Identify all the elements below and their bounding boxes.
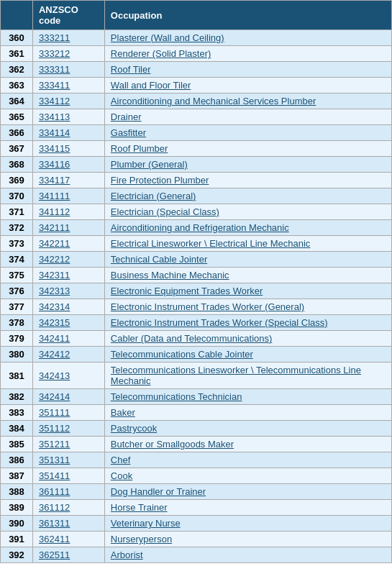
row-anzsco[interactable]: 351111 bbox=[32, 405, 104, 421]
row-occupation[interactable]: Wall and Floor Tiler bbox=[104, 78, 391, 94]
table-row: 392362511Arborist bbox=[1, 547, 392, 563]
row-anzsco[interactable]: 333211 bbox=[32, 30, 104, 46]
table-row: 369334117Fire Protection Plumber bbox=[1, 173, 392, 188]
row-occupation[interactable]: Plumber (General) bbox=[104, 157, 391, 173]
row-occupation[interactable]: Roof Plumber bbox=[104, 141, 391, 157]
table-row: 363333411Wall and Floor Tiler bbox=[1, 78, 392, 94]
row-occupation[interactable]: Veterinary Nurse bbox=[104, 516, 391, 532]
table-row: 361333212Renderer (Solid Plaster) bbox=[1, 46, 392, 62]
row-occupation[interactable]: Technical Cable Jointer bbox=[104, 252, 391, 268]
row-occupation[interactable]: Roof Tiler bbox=[104, 62, 391, 78]
row-occupation[interactable]: Plasterer (Wall and Ceiling) bbox=[104, 30, 391, 46]
row-occupation[interactable]: Electrical Linesworker \ Electrical Line… bbox=[104, 236, 391, 252]
header-num bbox=[1, 1, 33, 30]
row-anzsco[interactable]: 333411 bbox=[32, 78, 104, 94]
row-anzsco[interactable]: 351112 bbox=[32, 421, 104, 437]
row-anzsco[interactable]: 362411 bbox=[32, 532, 104, 547]
row-anzsco[interactable]: 333311 bbox=[32, 62, 104, 78]
row-occupation[interactable]: Telecommunications Linesworker \ Telecom… bbox=[104, 363, 391, 389]
row-number: 368 bbox=[1, 157, 33, 173]
row-number: 376 bbox=[1, 283, 33, 299]
table-row: 378342315Electronic Instrument Trades Wo… bbox=[1, 315, 392, 331]
row-number: 383 bbox=[1, 405, 33, 421]
row-occupation[interactable]: Electrician (Special Class) bbox=[104, 204, 391, 220]
row-occupation[interactable]: Renderer (Solid Plaster) bbox=[104, 46, 391, 62]
row-anzsco[interactable]: 342111 bbox=[32, 220, 104, 236]
row-number: 372 bbox=[1, 220, 33, 236]
row-anzsco[interactable]: 341112 bbox=[32, 204, 104, 220]
row-anzsco[interactable]: 362511 bbox=[32, 547, 104, 563]
table-header: ANZSCO code Occupation bbox=[1, 1, 392, 30]
row-occupation[interactable]: Horse Trainer bbox=[104, 500, 391, 516]
row-anzsco[interactable]: 342212 bbox=[32, 252, 104, 268]
table-row: 368334116Plumber (General) bbox=[1, 157, 392, 173]
row-occupation[interactable]: Electrician (General) bbox=[104, 188, 391, 204]
row-occupation[interactable]: Butcher or Smallgoods Maker bbox=[104, 437, 391, 452]
row-occupation[interactable]: Electronic Instrument Trades Worker (Gen… bbox=[104, 299, 391, 315]
table-row: 384351112Pastrycook bbox=[1, 421, 392, 437]
row-anzsco[interactable]: 334116 bbox=[32, 157, 104, 173]
table-row: 389361112Horse Trainer bbox=[1, 500, 392, 516]
row-anzsco[interactable]: 342413 bbox=[32, 363, 104, 389]
row-anzsco[interactable]: 361112 bbox=[32, 500, 104, 516]
row-anzsco[interactable]: 334113 bbox=[32, 109, 104, 125]
row-number: 392 bbox=[1, 547, 33, 563]
row-occupation[interactable]: Telecommunications Cable Jointer bbox=[104, 347, 391, 363]
row-anzsco[interactable]: 334115 bbox=[32, 141, 104, 157]
row-occupation[interactable]: Chef bbox=[104, 452, 391, 468]
row-occupation[interactable]: Gasfitter bbox=[104, 125, 391, 141]
row-anzsco[interactable]: 351411 bbox=[32, 468, 104, 484]
row-occupation[interactable]: Airconditioning and Mechanical Services … bbox=[104, 94, 391, 109]
row-number: 367 bbox=[1, 141, 33, 157]
row-anzsco[interactable]: 334112 bbox=[32, 94, 104, 109]
row-anzsco[interactable]: 342314 bbox=[32, 299, 104, 315]
row-anzsco[interactable]: 342414 bbox=[32, 389, 104, 405]
row-anzsco[interactable]: 342411 bbox=[32, 331, 104, 347]
row-occupation[interactable]: Cook bbox=[104, 468, 391, 484]
row-number: 388 bbox=[1, 484, 33, 500]
row-anzsco[interactable]: 361311 bbox=[32, 516, 104, 532]
row-number: 370 bbox=[1, 188, 33, 204]
row-number: 374 bbox=[1, 252, 33, 268]
row-occupation[interactable]: Nurseryperson bbox=[104, 532, 391, 547]
row-anzsco[interactable]: 342315 bbox=[32, 315, 104, 331]
row-occupation[interactable]: Dog Handler or Trainer bbox=[104, 484, 391, 500]
row-occupation[interactable]: Airconditioning and Refrigeration Mechan… bbox=[104, 220, 391, 236]
row-occupation[interactable]: Electronic Instrument Trades Worker (Spe… bbox=[104, 315, 391, 331]
table-row: 373342211Electrical Linesworker \ Electr… bbox=[1, 236, 392, 252]
row-number: 363 bbox=[1, 78, 33, 94]
table-row: 381342413Telecommunications Linesworker … bbox=[1, 363, 392, 389]
row-anzsco[interactable]: 361111 bbox=[32, 484, 104, 500]
row-anzsco[interactable]: 334117 bbox=[32, 173, 104, 188]
row-anzsco[interactable]: 351311 bbox=[32, 452, 104, 468]
row-occupation[interactable]: Fire Protection Plumber bbox=[104, 173, 391, 188]
table-row: 377342314Electronic Instrument Trades Wo… bbox=[1, 299, 392, 315]
row-number: 390 bbox=[1, 516, 33, 532]
row-occupation[interactable]: Arborist bbox=[104, 547, 391, 563]
row-occupation[interactable]: Cabler (Data and Telecommunications) bbox=[104, 331, 391, 347]
row-anzsco[interactable]: 333212 bbox=[32, 46, 104, 62]
row-anzsco[interactable]: 342311 bbox=[32, 268, 104, 283]
row-occupation[interactable]: Business Machine Mechanic bbox=[104, 268, 391, 283]
row-anzsco[interactable]: 342211 bbox=[32, 236, 104, 252]
table-row: 360333211Plasterer (Wall and Ceiling) bbox=[1, 30, 392, 46]
row-occupation[interactable]: Pastrycook bbox=[104, 421, 391, 437]
row-anzsco[interactable]: 342313 bbox=[32, 283, 104, 299]
row-anzsco[interactable]: 334114 bbox=[32, 125, 104, 141]
header-occupation: Occupation bbox=[104, 1, 391, 30]
row-occupation[interactable]: Telecommunications Technician bbox=[104, 389, 391, 405]
row-anzsco[interactable]: 351211 bbox=[32, 437, 104, 452]
row-occupation[interactable]: Electronic Equipment Trades Worker bbox=[104, 283, 391, 299]
table-row: 376342313Electronic Equipment Trades Wor… bbox=[1, 283, 392, 299]
row-number: 373 bbox=[1, 236, 33, 252]
row-anzsco[interactable]: 341111 bbox=[32, 188, 104, 204]
row-number: 385 bbox=[1, 437, 33, 452]
row-number: 362 bbox=[1, 62, 33, 78]
row-number: 371 bbox=[1, 204, 33, 220]
row-number: 387 bbox=[1, 468, 33, 484]
row-number: 364 bbox=[1, 94, 33, 109]
row-anzsco[interactable]: 342412 bbox=[32, 347, 104, 363]
row-occupation[interactable]: Baker bbox=[104, 405, 391, 421]
row-occupation[interactable]: Drainer bbox=[104, 109, 391, 125]
table-row: 380342412Telecommunications Cable Jointe… bbox=[1, 347, 392, 363]
